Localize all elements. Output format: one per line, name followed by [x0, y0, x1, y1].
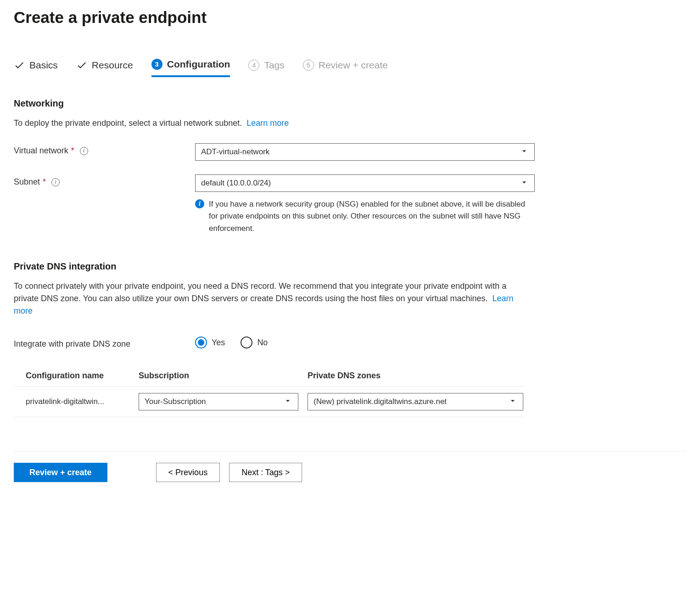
col-private-dns-zones: Private DNS zones [308, 371, 523, 381]
tab-label: Review + create [319, 60, 388, 71]
tab-review-create[interactable]: 5 Review + create [303, 60, 388, 76]
col-config-name: Configuration name [26, 371, 139, 381]
step-number-icon: 4 [248, 60, 259, 71]
cell-config-name: privatelink-digitaltwin... [26, 397, 139, 406]
field-integrate-dns: Integrate with private DNS zone Yes No [14, 337, 686, 349]
subnet-select[interactable]: default (10.0.0.0/24) [195, 174, 535, 192]
label-virtual-network: Virtual network * i [14, 143, 195, 156]
wizard-tabs: Basics Resource 3 Configuration 4 Tags 5… [14, 59, 686, 81]
tab-label: Configuration [167, 59, 230, 70]
field-virtual-network: Virtual network * i ADT-virtual-network [14, 143, 686, 161]
next-button[interactable]: Next : Tags > [229, 463, 302, 482]
radio-no-label: No [257, 338, 268, 348]
subnet-note-text: If you have a network security group (NS… [209, 198, 535, 235]
chevron-down-icon [520, 178, 529, 189]
check-icon [76, 60, 87, 71]
label-subnet: Subnet * i [14, 174, 195, 187]
wizard-footer: Review + create < Previous Next : Tags > [14, 451, 686, 482]
subscription-select[interactable]: Your-Subscription [139, 393, 298, 410]
step-number-icon: 3 [151, 59, 162, 70]
info-icon[interactable]: i [51, 178, 60, 186]
required-asterisk: * [43, 177, 46, 187]
section-desc-dns: To connect privately with your private e… [14, 280, 528, 317]
tab-label: Basics [29, 60, 58, 71]
radio-unselected-icon [241, 337, 252, 348]
dns-table-header: Configuration name Subscription Private … [14, 371, 523, 387]
info-icon[interactable]: i [80, 147, 88, 155]
table-row: privatelink-digitaltwin... Your-Subscrip… [14, 387, 523, 417]
integrate-dns-radio-group: Yes No [195, 337, 535, 348]
check-icon [14, 60, 25, 71]
chevron-down-icon [520, 146, 529, 158]
virtual-network-select[interactable]: ADT-virtual-network [195, 143, 535, 161]
col-subscription: Subscription [139, 371, 308, 381]
radio-yes-label: Yes [212, 338, 225, 348]
info-solid-icon: i [195, 199, 204, 208]
tab-label: Resource [92, 60, 133, 71]
page-title: Create a private endpoint [14, 0, 686, 31]
radio-selected-icon [195, 337, 207, 348]
step-number-icon: 5 [303, 60, 314, 71]
review-create-button[interactable]: Review + create [14, 463, 107, 482]
tab-basics[interactable]: Basics [14, 60, 58, 76]
chevron-down-icon [283, 396, 292, 408]
field-subnet: Subnet * i default (10.0.0.0/24) i If yo… [14, 174, 686, 235]
dns-zone-select[interactable]: (New) privatelink.digitaltwins.azure.net [308, 393, 523, 410]
dns-zone-value: (New) privatelink.digitaltwins.azure.net [314, 397, 447, 406]
radio-yes[interactable]: Yes [195, 337, 225, 348]
dns-table: Configuration name Subscription Private … [14, 371, 523, 417]
section-heading-networking: Networking [14, 98, 686, 109]
subnet-value: default (10.0.0.0/24) [201, 179, 271, 188]
subscription-value: Your-Subscription [145, 397, 206, 406]
tab-resource[interactable]: Resource [76, 60, 133, 76]
tab-tags[interactable]: 4 Tags [248, 60, 284, 76]
subnet-note: i If you have a network security group (… [195, 198, 535, 235]
chevron-down-icon [508, 396, 517, 408]
tab-configuration[interactable]: 3 Configuration [151, 59, 230, 77]
learn-more-networking-link[interactable]: Learn more [246, 118, 289, 128]
tab-label: Tags [264, 60, 284, 71]
virtual-network-value: ADT-virtual-network [201, 147, 269, 157]
radio-no[interactable]: No [241, 337, 268, 348]
previous-button[interactable]: < Previous [156, 463, 220, 482]
required-asterisk: * [71, 146, 74, 156]
section-heading-dns: Private DNS integration [14, 261, 686, 272]
section-desc-networking: To deploy the private endpoint, select a… [14, 117, 528, 129]
label-integrate-dns: Integrate with private DNS zone [14, 337, 195, 349]
